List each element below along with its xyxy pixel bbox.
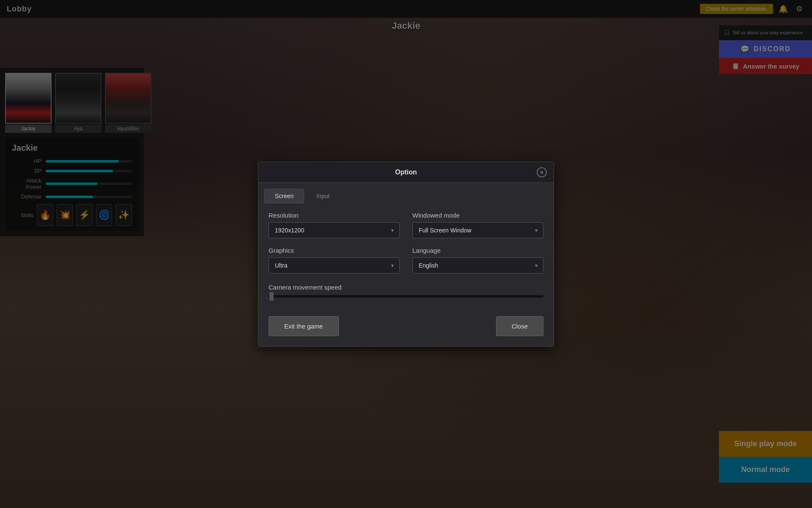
camera-slider-thumb[interactable]: [269, 292, 274, 301]
windowed-group: Windowed mode Full Screen Window Windowe…: [412, 212, 543, 238]
resolution-select-wrapper: 812x508 1920x1080 1280x720 2560x1440: [269, 222, 400, 238]
language-select-wrapper: English Korean Japanese Chinese: [412, 257, 543, 273]
language-select[interactable]: English Korean Japanese Chinese: [412, 257, 543, 273]
language-label: Language: [412, 247, 543, 254]
close-dialog-button[interactable]: Close: [496, 316, 543, 336]
graphics-select[interactable]: Ultra High Medium Low: [269, 257, 400, 273]
resolution-group: Resolution 812x508 1920x1080 1280x720 …: [269, 212, 400, 238]
modal-overlay: Option × Screen Input Resolution: [0, 0, 812, 508]
dialog-footer: Exit the game Close: [258, 316, 554, 346]
graphics-select-wrapper: Ultra High Medium Low: [269, 257, 400, 273]
dialog-close-button[interactable]: ×: [537, 167, 547, 177]
resolution-label: Resolution: [269, 212, 400, 219]
dialog-body: Resolution 812x508 1920x1080 1280x720 …: [258, 203, 554, 316]
tab-screen[interactable]: Screen: [264, 189, 304, 203]
windowed-label: Windowed mode: [412, 212, 543, 219]
resolution-select[interactable]: 812x508 1920x1080 1280x720 2560x1440: [269, 222, 400, 238]
tab-input-label: Input: [316, 193, 329, 199]
dialog-tabs: Screen Input: [258, 183, 554, 203]
windowed-select[interactable]: Full Screen Window Windowed Borderless W…: [412, 222, 543, 238]
tab-input[interactable]: Input: [306, 189, 340, 203]
windowed-select-wrapper: Full Screen Window Windowed Borderless W…: [412, 222, 543, 238]
graphics-label: Graphics: [269, 247, 400, 254]
option-dialog: Option × Screen Input Resolution: [258, 162, 554, 347]
camera-speed-label: Camera movement speed: [269, 284, 543, 291]
camera-section: Camera movement speed: [269, 284, 543, 298]
tab-screen-label: Screen: [275, 193, 294, 199]
language-group: Language English Korean Japanese Chinese: [412, 247, 543, 273]
camera-slider-track[interactable]: [269, 295, 543, 298]
dialog-header: Option ×: [258, 162, 554, 183]
exit-game-button[interactable]: Exit the game: [269, 316, 339, 336]
graphics-group: Graphics Ultra High Medium Low: [269, 247, 400, 273]
dialog-title: Option: [275, 168, 537, 176]
close-x-icon: ×: [540, 169, 543, 176]
settings-grid: Resolution 812x508 1920x1080 1280x720 …: [269, 212, 543, 273]
